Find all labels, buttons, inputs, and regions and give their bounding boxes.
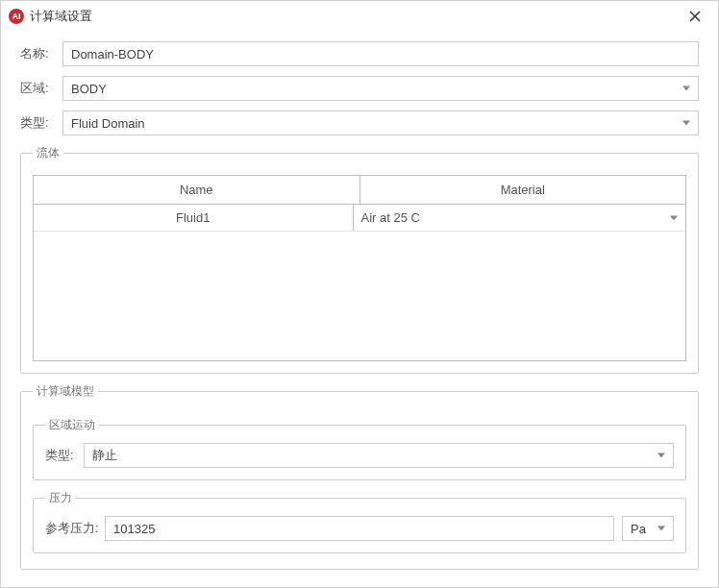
- zone-select-text: BODY: [71, 82, 107, 96]
- chevron-down-icon: [682, 121, 690, 126]
- pressure-group: 压力 参考压力: 101325 Pa: [33, 490, 686, 553]
- zone-label: 区域:: [20, 80, 62, 97]
- zone-motion-type-text: 静止: [92, 447, 117, 464]
- zone-motion-type-label: 类型:: [45, 447, 84, 464]
- chevron-down-icon: [670, 215, 678, 220]
- chevron-down-icon: [682, 86, 690, 91]
- ref-pressure-text: 101325: [113, 522, 155, 536]
- ref-pressure-unit-select[interactable]: Pa: [622, 516, 674, 541]
- chevron-down-icon: [657, 453, 665, 458]
- close-icon: [689, 11, 701, 22]
- ref-pressure-label: 参考压力:: [45, 520, 105, 537]
- dialog-body: 名称: Domain-BODY 区域: BODY 类型: Fluid Domai…: [1, 32, 718, 588]
- type-select-text: Fluid Domain: [71, 116, 145, 131]
- domain-model-legend: 计算域模型: [33, 383, 98, 400]
- col-header-material: Material: [360, 176, 686, 204]
- domain-model-group: 计算域模型 区域运动 类型: 静止 压力 参考压力: 101325 Pa: [20, 383, 699, 570]
- ref-pressure-unit-text: Pa: [631, 522, 646, 536]
- zone-select[interactable]: BODY: [62, 76, 699, 101]
- table-row: Fluid1 Air at 25 C: [34, 205, 685, 232]
- name-input[interactable]: Domain-BODY: [62, 41, 699, 66]
- col-header-name: Name: [34, 176, 360, 204]
- title-bar: AI 计算域设置: [1, 1, 718, 32]
- ref-pressure-input[interactable]: 101325: [105, 516, 614, 541]
- close-button[interactable]: [680, 3, 710, 30]
- fluid-material-select[interactable]: Air at 25 C: [354, 205, 686, 231]
- fluid-table: Name Material Fluid1 Air at 25 C: [33, 175, 686, 361]
- fluid-group: 流体 Name Material Fluid1 Air at 25 C: [20, 145, 699, 374]
- type-label: 类型:: [20, 114, 62, 132]
- window-title: 计算域设置: [30, 8, 92, 25]
- zone-motion-legend: 区域运动: [45, 417, 99, 433]
- app-icon: AI: [9, 9, 24, 24]
- fluid-group-legend: 流体: [33, 145, 63, 161]
- fluid-name-text: Fluid1: [176, 210, 210, 225]
- name-input-text: Domain-BODY: [71, 47, 154, 61]
- pressure-legend: 压力: [45, 490, 76, 506]
- fluid-name-cell[interactable]: Fluid1: [34, 205, 354, 231]
- name-label: 名称:: [20, 45, 62, 62]
- fluid-material-text: Air at 25 C: [361, 210, 420, 225]
- zone-motion-group: 区域运动 类型: 静止: [33, 417, 686, 480]
- zone-motion-type-select[interactable]: 静止: [84, 443, 674, 468]
- type-select[interactable]: Fluid Domain: [62, 110, 699, 135]
- fluid-table-header: Name Material: [34, 176, 685, 205]
- chevron-down-icon: [657, 527, 665, 531]
